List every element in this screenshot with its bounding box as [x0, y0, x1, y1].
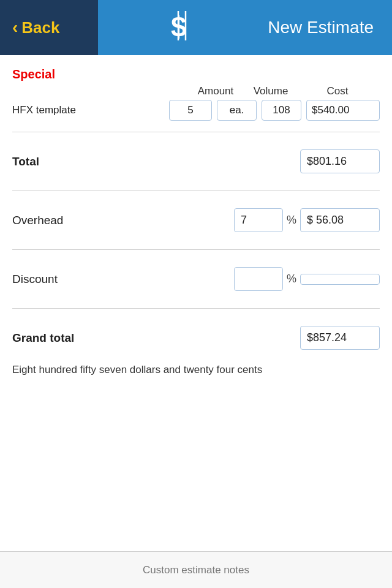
overhead-percent-sign: %	[287, 214, 296, 227]
item-total: $540.00	[306, 100, 380, 121]
total-value: $801.16	[300, 149, 380, 173]
total-label: Total	[12, 155, 300, 168]
column-header-cost: Cost	[298, 85, 377, 97]
discount-value	[300, 274, 380, 285]
divider-2	[12, 190, 380, 191]
total-row: Total $801.16	[12, 143, 380, 179]
divider-4	[12, 308, 380, 309]
header: ‹ Back $ New Estimate	[0, 0, 392, 55]
column-headers: Amount Volume Cost	[12, 85, 380, 97]
overhead-value: $ 56.08	[300, 208, 380, 232]
overhead-row: Overhead % $ 56.08	[12, 202, 380, 238]
page-title: New Estimate	[268, 18, 392, 37]
item-amount-input[interactable]	[169, 100, 212, 121]
divider-3	[12, 249, 380, 250]
discount-label: Discount	[12, 273, 234, 286]
overhead-label: Overhead	[12, 214, 234, 227]
main-content: Special Amount Volume Cost HFX template …	[0, 55, 392, 378]
column-header-volume: Volume	[246, 85, 295, 97]
discount-row: Discount %	[12, 261, 380, 297]
divider-1	[12, 132, 380, 132]
notes-bar	[0, 551, 392, 588]
back-button[interactable]: ‹ Back	[0, 0, 98, 55]
grand-total-label: Grand total	[12, 331, 300, 345]
dollar-icon: $	[168, 10, 198, 46]
item-volume-input[interactable]	[217, 100, 257, 121]
item-unitcost-input[interactable]	[262, 100, 301, 121]
item-row: HFX template $540.00	[12, 100, 380, 121]
item-name: HFX template	[12, 104, 169, 116]
column-header-amount: Amount	[191, 85, 240, 97]
notes-input[interactable]	[0, 564, 392, 576]
item-fields: $540.00	[169, 100, 380, 121]
grand-total-row: Grand total $857.24	[12, 320, 380, 356]
written-amount: Eight hundred fifty seven dollars and tw…	[12, 362, 380, 378]
logo-area: $	[98, 10, 268, 46]
grand-total-value: $857.24	[300, 326, 380, 350]
special-section-label: Special	[12, 67, 380, 81]
back-label: Back	[21, 18, 59, 37]
discount-percent-sign: %	[287, 273, 296, 285]
overhead-percent-input[interactable]	[234, 208, 283, 232]
discount-percent-input[interactable]	[234, 267, 283, 291]
chevron-left-icon: ‹	[12, 19, 18, 36]
